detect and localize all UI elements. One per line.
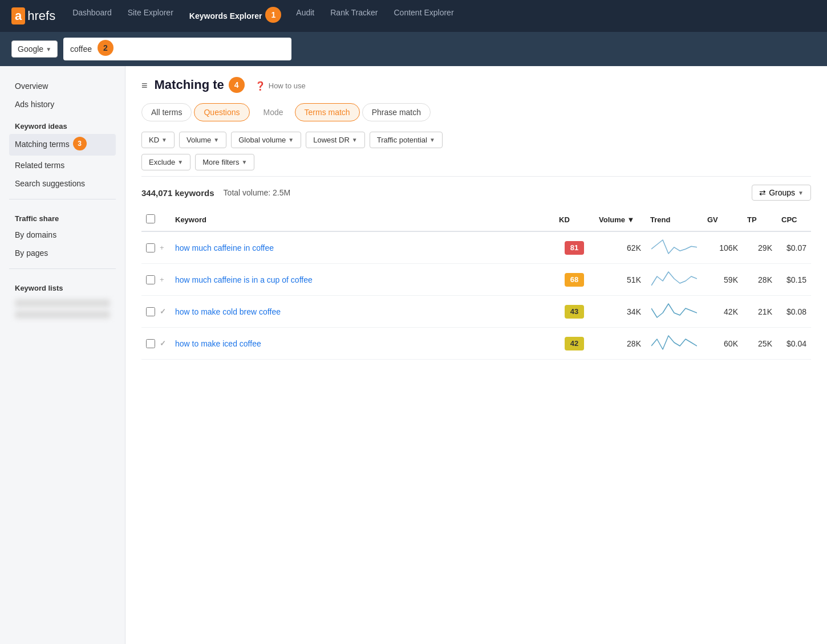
search-query: coffee: [70, 44, 92, 54]
row-checkbox[interactable]: [146, 275, 155, 284]
volume-cell: 51K: [594, 264, 646, 296]
filter-row-1: KD ▼ Volume ▼ Global volume ▼ Lowest DR …: [141, 132, 811, 148]
nav-site-explorer[interactable]: Site Explorer: [128, 8, 173, 24]
sidebar-item-overview[interactable]: Overview: [9, 78, 116, 95]
kd-badge: 68: [565, 273, 584, 287]
nav-menu: Dashboard Site Explorer Keywords Explore…: [72, 8, 453, 24]
cpc-cell: $0.15: [777, 264, 811, 296]
th-trend: Trend: [646, 209, 703, 231]
sidebar-section-keyword-lists: Keyword lists: [9, 276, 116, 296]
tp-cell: 21K: [743, 296, 777, 328]
gv-cell: 60K: [703, 328, 743, 360]
groups-button[interactable]: ⇄ Groups ▼: [752, 185, 811, 201]
sparkline-svg: [651, 239, 697, 255]
trend-cell: [646, 296, 703, 328]
sidebar-item-matching-terms[interactable]: Matching terms 3: [9, 134, 116, 156]
trend-cell: [646, 328, 703, 360]
sidebar-item-search-suggestions[interactable]: Search suggestions: [9, 175, 116, 192]
gv-cell: 59K: [703, 264, 743, 296]
sparkline-svg: [651, 303, 697, 319]
cpc-cell: $0.07: [777, 231, 811, 264]
how-to-use-link[interactable]: ❓ How to use: [255, 81, 306, 91]
filter-lowest-dr[interactable]: Lowest DR ▼: [306, 132, 364, 148]
tab-questions[interactable]: Questions: [194, 103, 249, 121]
row-checkbox[interactable]: [146, 339, 155, 348]
kd-chevron-icon: ▼: [161, 137, 167, 143]
volume-cell: 28K: [594, 328, 646, 360]
filter-more-filters[interactable]: More filters ▼: [195, 154, 254, 170]
keyword-link[interactable]: how much caffeine is in a cup of coffee: [175, 275, 313, 284]
check-icon[interactable]: ✓: [160, 307, 166, 316]
kd-badge: 42: [565, 337, 584, 350]
content-header: ≡ Matching te4 ❓ How to use: [141, 78, 811, 94]
volume-chevron-icon: ▼: [213, 137, 219, 143]
logo-a: a: [11, 7, 25, 25]
trend-cell: [646, 231, 703, 264]
groups-chevron-icon: ▼: [798, 190, 804, 196]
search-input-wrapper[interactable]: coffee 2: [63, 38, 291, 60]
keywords-table: Keyword KD Volume ▼ Trend GV TP CPC + ho…: [141, 209, 811, 360]
sparkline-svg: [651, 271, 697, 287]
filter-traffic-potential[interactable]: Traffic potential ▼: [370, 132, 443, 148]
search-bar: Google ▼ coffee 2: [0, 32, 827, 66]
nav-rank-tracker[interactable]: Rank Tracker: [330, 8, 378, 24]
nav-audit[interactable]: Audit: [296, 8, 314, 24]
table-row: ✓ how to make iced coffee 42 28K 60K 25K…: [141, 328, 811, 360]
tab-all-terms[interactable]: All terms: [141, 103, 192, 121]
table-row: ✓ how to make cold brew coffee 43 34K 42…: [141, 296, 811, 328]
tab-terms-match[interactable]: Terms match: [295, 103, 360, 121]
engine-dropdown[interactable]: Google ▼: [11, 40, 58, 58]
filter-volume[interactable]: Volume ▼: [179, 132, 226, 148]
sidebar-item-by-pages[interactable]: By pages: [9, 244, 116, 262]
sparkline-svg: [651, 335, 697, 350]
select-all-checkbox[interactable]: [146, 214, 155, 223]
badge-3: 3: [73, 137, 87, 150]
sidebar-divider-2: [9, 268, 116, 269]
th-cpc: CPC: [777, 209, 811, 231]
exclude-chevron-icon: ▼: [177, 159, 183, 165]
hamburger-icon[interactable]: ≡: [141, 80, 148, 92]
keyword-link[interactable]: how much caffeine in coffee: [175, 243, 274, 252]
filter-kd[interactable]: KD ▼: [141, 132, 175, 148]
logo-hrefs: hrefs: [27, 9, 55, 23]
volume-cell: 62K: [594, 231, 646, 264]
table-row: + how much caffeine in coffee 81 62K 106…: [141, 231, 811, 264]
sidebar-item-by-domains[interactable]: By domains: [9, 226, 116, 243]
add-icon[interactable]: +: [160, 243, 164, 252]
more-chevron-icon: ▼: [241, 159, 247, 165]
sidebar-item-ads-history[interactable]: Ads history: [9, 96, 116, 113]
page-title: Matching te4: [155, 78, 244, 94]
keyword-link[interactable]: how to make iced coffee: [175, 339, 261, 348]
sidebar-section-keyword-ideas: Keyword ideas: [9, 114, 116, 134]
engine-label: Google: [18, 44, 43, 54]
tp-cell: 25K: [743, 328, 777, 360]
tp-cell: 28K: [743, 264, 777, 296]
tp-chevron-icon: ▼: [429, 137, 435, 143]
cpc-cell: $0.04: [777, 328, 811, 360]
engine-chevron-icon: ▼: [46, 46, 51, 52]
help-icon: ❓: [255, 81, 266, 91]
row-checkbox[interactable]: [146, 243, 155, 252]
top-nav: a hrefs Dashboard Site Explorer Keywords…: [0, 0, 827, 32]
results-bar: 344,071 keywords Total volume: 2.5M ⇄ Gr…: [141, 176, 811, 206]
gv-chevron-icon: ▼: [288, 137, 294, 143]
tab-mode-label: Mode: [252, 104, 293, 121]
add-icon[interactable]: +: [160, 275, 164, 284]
keyword-link[interactable]: how to make cold brew coffee: [175, 307, 281, 316]
check-icon[interactable]: ✓: [160, 339, 166, 348]
logo: a hrefs: [11, 7, 55, 25]
nav-keywords-explorer[interactable]: Keywords Explorer 1: [189, 8, 281, 24]
nav-dashboard[interactable]: Dashboard: [72, 8, 112, 24]
filter-global-volume[interactable]: Global volume ▼: [231, 132, 301, 148]
sidebar-item-related-terms[interactable]: Related terms: [9, 157, 116, 174]
row-checkbox[interactable]: [146, 307, 155, 316]
th-volume[interactable]: Volume ▼: [594, 209, 646, 231]
gv-cell: 42K: [703, 296, 743, 328]
nav-content-explorer[interactable]: Content Explorer: [394, 8, 454, 24]
groups-icon: ⇄: [759, 188, 766, 197]
tab-phrase-match[interactable]: Phrase match: [362, 103, 431, 121]
th-kd: KD: [554, 209, 594, 231]
filter-exclude[interactable]: Exclude ▼: [141, 154, 190, 170]
results-count: 344,071 keywords: [141, 188, 214, 198]
results-volume: Total volume: 2.5M: [224, 188, 291, 197]
